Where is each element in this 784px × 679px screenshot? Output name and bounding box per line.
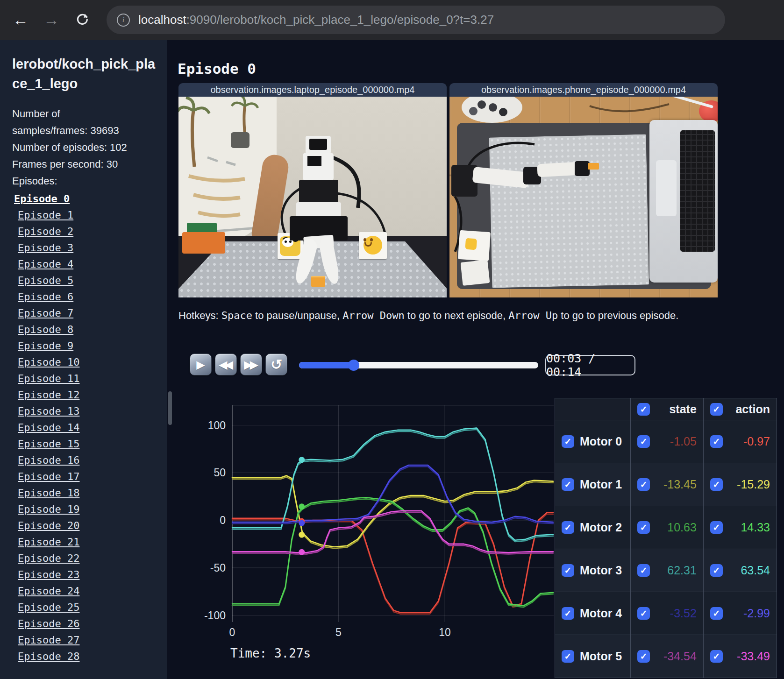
header-empty-cell bbox=[555, 398, 631, 420]
motor-label: Motor 2 bbox=[580, 521, 624, 534]
sidebar-item-episode-14[interactable]: Episode 14 bbox=[18, 419, 79, 436]
forward-icon[interactable]: → bbox=[40, 8, 63, 31]
scrollbar-thumb[interactable] bbox=[168, 391, 172, 425]
checkbox[interactable]: ✓ bbox=[637, 564, 650, 577]
svg-text:10: 10 bbox=[439, 626, 451, 638]
checkbox[interactable]: ✓ bbox=[710, 564, 723, 577]
sidebar-item-episode-25[interactable]: Episode 25 bbox=[18, 599, 79, 615]
loop-button[interactable]: ↺ bbox=[265, 354, 287, 375]
sidebar-item-episode-0[interactable]: Episode 0 bbox=[14, 191, 70, 207]
sidebar-item-episode-7[interactable]: Episode 7 bbox=[18, 305, 73, 321]
table-row-motor-1: ✓Motor 1✓-13.45✓-15.29 bbox=[555, 463, 777, 506]
motor-chart[interactable]: 100500-50-1000510 bbox=[196, 397, 554, 654]
table-row-motor-2: ✓Motor 2✓10.63✓14.33 bbox=[555, 506, 777, 549]
checkbox[interactable]: ✓ bbox=[710, 650, 723, 663]
checkbox[interactable]: ✓ bbox=[710, 521, 723, 534]
seek-slider-thumb[interactable] bbox=[348, 360, 359, 371]
video-frame-laptop bbox=[178, 97, 447, 297]
sidebar-item-episode-28[interactable]: Episode 28 bbox=[18, 648, 79, 665]
sidebar-item-episode-10[interactable]: Episode 10 bbox=[18, 354, 79, 370]
sidebar-item-episode-8[interactable]: Episode 8 bbox=[18, 321, 73, 338]
scene-white-box-1 bbox=[458, 230, 491, 261]
sidebar-item-episode-3[interactable]: Episode 3 bbox=[18, 240, 73, 256]
checkbox[interactable]: ✓ bbox=[637, 521, 650, 534]
play-button[interactable]: ▶ bbox=[190, 354, 212, 375]
stat-episodes: Number of episodes: 102 bbox=[12, 139, 129, 156]
sidebar-item-episode-2[interactable]: Episode 2 bbox=[18, 223, 73, 240]
reload-icon[interactable] bbox=[71, 8, 93, 31]
checkbox[interactable]: ✓ bbox=[710, 435, 723, 448]
robot-camera bbox=[309, 139, 327, 150]
checkbox[interactable]: ✓ bbox=[637, 478, 650, 491]
sidebar-item-episode-5[interactable]: Episode 5 bbox=[18, 272, 73, 289]
sidebar-item-episode-1[interactable]: Episode 1 bbox=[18, 207, 73, 223]
checkbox[interactable]: ✓ bbox=[710, 607, 723, 620]
checkbox[interactable]: ✓ bbox=[710, 478, 723, 491]
checkbox[interactable]: ✓ bbox=[637, 435, 650, 448]
motor-label: Motor 5 bbox=[580, 650, 624, 663]
action-value: -15.29 bbox=[723, 478, 770, 491]
url-bar[interactable]: i localhost:9090/lerobot/koch_pick_place… bbox=[107, 6, 725, 34]
hotkeys-space-desc: to pause/unpause, bbox=[252, 310, 342, 321]
checkbox[interactable]: ✓ bbox=[562, 650, 574, 663]
laptop-trackpad bbox=[656, 160, 677, 216]
action-column-label: action bbox=[735, 403, 770, 416]
sidebar-item-episode-21[interactable]: Episode 21 bbox=[18, 534, 79, 550]
checkbox[interactable]: ✓ bbox=[562, 607, 574, 620]
sidebar-item-episode-4[interactable]: Episode 4 bbox=[18, 256, 73, 272]
sidebar-item-episode-17[interactable]: Episode 17 bbox=[18, 468, 79, 485]
key-arrow-up: Arrow Up bbox=[508, 310, 558, 321]
video-row: observation.images.laptop_episode_000000… bbox=[178, 83, 718, 297]
seek-slider[interactable] bbox=[299, 362, 538, 368]
fast-forward-button[interactable]: ▶▶ bbox=[240, 354, 262, 375]
sidebar-item-episode-23[interactable]: Episode 23 bbox=[18, 566, 79, 583]
state-column-checkbox[interactable]: ✓ bbox=[637, 403, 650, 416]
state-value: -13.45 bbox=[650, 478, 697, 491]
sidebar-item-episode-24[interactable]: Episode 24 bbox=[18, 583, 79, 599]
checkbox[interactable]: ✓ bbox=[637, 607, 650, 620]
action-value: -33.49 bbox=[723, 650, 770, 663]
state-value: -3.52 bbox=[650, 607, 697, 620]
state-value: 62.31 bbox=[650, 564, 697, 577]
sidebar-item-episode-22[interactable]: Episode 22 bbox=[18, 550, 79, 566]
sidebar-item-episode-16[interactable]: Episode 16 bbox=[18, 452, 79, 468]
sidebar-item-episode-26[interactable]: Episode 26 bbox=[18, 615, 79, 632]
scene-hugging-face-box bbox=[359, 232, 387, 259]
back-icon[interactable]: ← bbox=[9, 8, 32, 31]
url-text: localhost:9090/lerobot/koch_pick_place_1… bbox=[138, 13, 494, 27]
hotkeys-up-desc: to go to previous episode. bbox=[558, 310, 678, 321]
sidebar-item-episode-27[interactable]: Episode 27 bbox=[18, 632, 79, 648]
sidebar-item-episode-9[interactable]: Episode 9 bbox=[18, 338, 73, 354]
motor-table-body: ✓Motor 0✓-1.05✓-0.97✓Motor 1✓-13.45✓-15.… bbox=[555, 420, 777, 678]
checkbox[interactable]: ✓ bbox=[637, 650, 650, 663]
browser-toolbar: ← → i localhost:9090/lerobot/koch_pick_p… bbox=[0, 0, 784, 40]
sidebar-item-episode-6[interactable]: Episode 6 bbox=[18, 289, 73, 305]
sidebar-item-episode-18[interactable]: Episode 18 bbox=[18, 485, 79, 501]
url-path: :9090/lerobot/koch_pick_place_1_lego/epi… bbox=[186, 13, 494, 27]
sidebar-item-episode-20[interactable]: Episode 20 bbox=[18, 517, 79, 534]
main-content: Episode 0 observation.images.laptop_epis… bbox=[167, 40, 784, 679]
sidebar-item-episode-12[interactable]: Episode 12 bbox=[18, 387, 79, 403]
checkbox[interactable]: ✓ bbox=[562, 435, 574, 448]
action-column-checkbox[interactable]: ✓ bbox=[710, 403, 723, 416]
state-column-label: state bbox=[669, 403, 696, 416]
info-icon[interactable]: i bbox=[117, 14, 130, 27]
state-value: 10.63 bbox=[650, 521, 697, 534]
video-frame-phone bbox=[449, 97, 718, 297]
table-row-motor-5: ✓Motor 5✓-34.54✓-33.49 bbox=[555, 635, 777, 678]
rewind-button[interactable]: ◀◀ bbox=[215, 354, 237, 375]
sidebar-item-episode-11[interactable]: Episode 11 bbox=[18, 370, 79, 387]
laptop-keyboard bbox=[680, 130, 715, 252]
sidebar-item-episode-19[interactable]: Episode 19 bbox=[18, 501, 79, 517]
arm-gripper-tip bbox=[588, 163, 599, 170]
checkbox[interactable]: ✓ bbox=[562, 478, 574, 491]
sidebar-item-episode-13[interactable]: Episode 13 bbox=[18, 403, 79, 419]
action-value: -0.97 bbox=[723, 435, 770, 448]
checkbox[interactable]: ✓ bbox=[562, 564, 574, 577]
table-row-motor-0: ✓Motor 0✓-1.05✓-0.97 bbox=[555, 420, 777, 463]
header-action-cell: ✓action bbox=[703, 398, 777, 420]
url-host: localhost bbox=[138, 13, 186, 27]
checkbox[interactable]: ✓ bbox=[562, 521, 574, 534]
motor-table: ✓state ✓action ✓Motor 0✓-1.05✓-0.97✓Moto… bbox=[555, 398, 777, 678]
sidebar-item-episode-15[interactable]: Episode 15 bbox=[18, 436, 79, 452]
